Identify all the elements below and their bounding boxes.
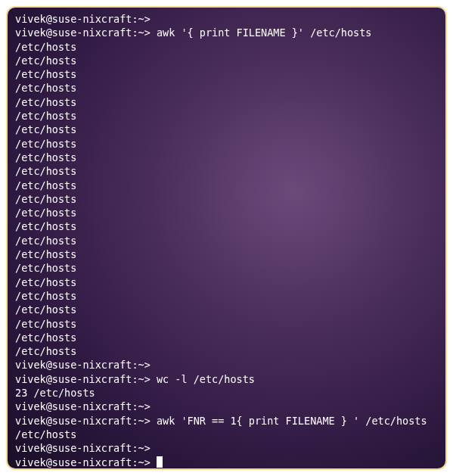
terminal-output-line: /etc/hosts — [15, 164, 438, 178]
output-text: /etc/hosts — [15, 123, 76, 135]
terminal-output-line: /etc/hosts — [15, 331, 438, 344]
output-text: /etc/hosts — [15, 248, 76, 260]
output-text: /etc/hosts — [15, 345, 76, 357]
terminal-window: vivek@suse-nixcraft:~> vivek@suse-nixcra… — [6, 6, 447, 470]
terminal-output-line: /etc/hosts — [15, 137, 438, 151]
terminal-prompt-line: vivek@suse-nixcraft:~> — [15, 358, 438, 372]
terminal-prompt-line: vivek@suse-nixcraft:~> awk '{ print FILE… — [15, 26, 438, 39]
shell-prompt: vivek@suse-nixcraft:~> — [15, 373, 157, 385]
output-text: /etc/hosts — [15, 82, 76, 94]
shell-command: awk '{ print FILENAME }' /etc/hosts — [157, 26, 371, 39]
shell-prompt: vivek@suse-nixcraft:~> — [15, 13, 157, 25]
terminal-output-line: /etc/hosts — [15, 192, 438, 206]
shell-prompt: vivek@suse-nixcraft:~> — [15, 442, 157, 454]
terminal-output-line: /etc/hosts — [15, 317, 438, 331]
terminal-prompt-line: vivek@suse-nixcraft:~> — [15, 12, 438, 26]
terminal-output-line: /etc/hosts — [15, 179, 438, 192]
output-text: /etc/hosts — [15, 110, 76, 122]
output-text: /etc/hosts — [15, 68, 76, 80]
output-text: /etc/hosts — [15, 96, 76, 108]
output-text: /etc/hosts — [15, 138, 76, 150]
shell-prompt: vivek@suse-nixcraft:~> — [15, 456, 157, 468]
terminal-prompt-line: vivek@suse-nixcraft:~> awk 'FNR == 1{ pr… — [15, 414, 438, 428]
output-text: /etc/hosts — [15, 318, 76, 330]
output-text: /etc/hosts — [15, 54, 76, 67]
terminal-prompt-line: vivek@suse-nixcraft:~> — [15, 441, 438, 455]
output-text: /etc/hosts — [15, 331, 76, 344]
output-text: /etc/hosts — [15, 179, 76, 191]
shell-prompt: vivek@suse-nixcraft:~> — [15, 26, 157, 39]
shell-prompt: vivek@suse-nixcraft:~> — [15, 400, 157, 412]
terminal-output-line: /etc/hosts — [15, 123, 438, 136]
terminal-output-line: /etc/hosts — [15, 275, 438, 289]
terminal-prompt-line: vivek@suse-nixcraft:~> — [15, 400, 438, 413]
terminal-output-line: /etc/hosts — [15, 261, 438, 275]
output-text: /etc/hosts — [15, 41, 76, 53]
terminal-output-line: /etc/hosts — [15, 67, 438, 81]
terminal-content[interactable]: vivek@suse-nixcraft:~> vivek@suse-nixcra… — [8, 8, 445, 468]
terminal-prompt-line: vivek@suse-nixcraft:~> — [15, 456, 438, 469]
terminal-output-line: /etc/hosts — [15, 151, 438, 164]
terminal-output-line: /etc/hosts — [15, 54, 438, 67]
terminal-output-line: /etc/hosts — [15, 219, 438, 233]
output-text: /etc/hosts — [15, 303, 76, 316]
output-text: /etc/hosts — [15, 193, 76, 205]
terminal-output-line: /etc/hosts — [15, 344, 438, 358]
output-text: /etc/hosts — [15, 207, 76, 219]
terminal-output-line: 23 /etc/hosts — [15, 386, 438, 400]
terminal-output-line: /etc/hosts — [15, 303, 438, 316]
output-text: /etc/hosts — [15, 262, 76, 274]
output-text: /etc/hosts — [15, 151, 76, 163]
terminal-prompt-line: vivek@suse-nixcraft:~> wc -l /etc/hosts — [15, 372, 438, 386]
terminal-output-line: /etc/hosts — [15, 40, 438, 54]
output-text: /etc/hosts — [15, 235, 76, 247]
terminal-output-line: /etc/hosts — [15, 234, 438, 247]
terminal-output-line: /etc/hosts — [15, 109, 438, 123]
shell-prompt: vivek@suse-nixcraft:~> — [15, 415, 157, 427]
shell-prompt: vivek@suse-nixcraft:~> — [15, 359, 157, 371]
terminal-output-line: /etc/hosts — [15, 289, 438, 303]
terminal-output-line: /etc/hosts — [15, 247, 438, 261]
output-text: /etc/hosts — [15, 165, 76, 177]
terminal-output-line: /etc/hosts — [15, 206, 438, 219]
shell-command: awk 'FNR == 1{ print FILENAME } ' /etc/h… — [157, 415, 427, 427]
output-text: /etc/hosts — [15, 428, 76, 440]
output-text: /etc/hosts — [15, 220, 76, 232]
cursor — [157, 456, 163, 468]
output-text: 23 /etc/hosts — [15, 387, 95, 399]
terminal-output-line: /etc/hosts — [15, 428, 438, 441]
shell-command: wc -l /etc/hosts — [157, 373, 255, 385]
output-text: /etc/hosts — [15, 276, 76, 288]
terminal-output-line: /etc/hosts — [15, 95, 438, 109]
output-text: /etc/hosts — [15, 290, 76, 302]
terminal-output-line: /etc/hosts — [15, 81, 438, 95]
